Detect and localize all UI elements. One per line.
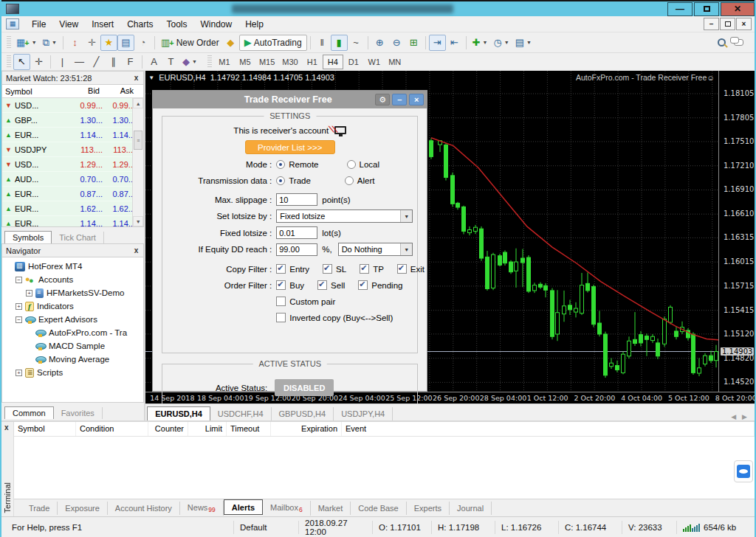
price-axis[interactable]: 1.181051.178051.175101.172101.169101.166… bbox=[718, 71, 755, 392]
new-order-button[interactable]: ▥+New Order bbox=[158, 35, 222, 51]
market-watch-row[interactable]: ▲EUR...0.87...0.87... bbox=[2, 187, 143, 201]
market-watch-button[interactable]: ↕ bbox=[66, 35, 83, 51]
expand-icon[interactable]: + bbox=[26, 290, 32, 297]
scroll-up-icon[interactable]: ▲ bbox=[133, 98, 143, 108]
scroll-right-icon[interactable]: ▶ bbox=[742, 413, 747, 420]
tree-item-moving-average[interactable]: Moving Average bbox=[5, 353, 143, 366]
checkbox-checked-icon[interactable] bbox=[323, 264, 332, 274]
order-filter-option-pending[interactable]: Pending bbox=[358, 280, 402, 290]
timeframe-w1[interactable]: W1 bbox=[364, 55, 385, 69]
auto-scroll-button[interactable]: ⇥ bbox=[429, 35, 446, 51]
new-chart-button[interactable]: ▦+▼ bbox=[13, 35, 40, 51]
equity-dd-input[interactable] bbox=[276, 243, 317, 256]
equity-dd-action-select[interactable]: Do Nothing ▼ bbox=[338, 243, 413, 256]
market-watch-row[interactable]: ▼USD...0.99...0.99... bbox=[2, 98, 143, 113]
market-watch-row[interactable]: ▲AUD...0.70...0.70... bbox=[2, 172, 143, 187]
menu-view[interactable]: View bbox=[52, 17, 85, 32]
copy-filter-option-sl[interactable]: SL bbox=[323, 264, 346, 274]
dialog-close-button[interactable]: × bbox=[409, 94, 424, 105]
checkbox-checked-icon[interactable] bbox=[397, 264, 407, 274]
terminal-tab-exposure[interactable]: Exposure bbox=[58, 502, 107, 515]
chart-tab-gbpusd-h4[interactable]: GBPUSD,H4 bbox=[272, 407, 334, 420]
chart-tab-usdchf-h4[interactable]: USDCHF,H4 bbox=[210, 407, 272, 420]
tile-windows-button[interactable]: ⊞ bbox=[405, 35, 422, 51]
terminal-tab-code-base[interactable]: Code Base bbox=[351, 502, 406, 515]
market-watch-row[interactable]: ▼USD...1.29...1.29... bbox=[2, 157, 143, 172]
checkbox-icon[interactable] bbox=[276, 297, 286, 306]
column-symbol[interactable]: Symbol bbox=[14, 422, 76, 436]
toolbar-grip[interactable] bbox=[207, 55, 212, 69]
terminal-tab-alerts[interactable]: Alerts bbox=[224, 499, 263, 515]
teamviewer-icon[interactable] bbox=[734, 460, 753, 482]
copy-filter-option-tp[interactable]: TP bbox=[360, 264, 384, 274]
market-watch-row[interactable]: ▲EUR...1.14...1.14... bbox=[2, 128, 143, 142]
extra-option-inverted-copy-buy-sell-[interactable]: Inverted copy (Buy<-->Sell) bbox=[276, 313, 393, 322]
copy-filter-option-entry[interactable]: Entry bbox=[276, 264, 309, 274]
navigator-button[interactable]: ★ bbox=[100, 35, 117, 51]
tab-tick-chart[interactable]: Tick Chart bbox=[52, 232, 104, 243]
window-maximize-button[interactable] bbox=[694, 2, 719, 16]
zoom-out-button[interactable]: ⊖ bbox=[388, 35, 405, 51]
fixed-lotsize-input[interactable] bbox=[276, 226, 317, 239]
tree-item-autofxpro-com-tra[interactable]: AutoFxPro.com - Tra bbox=[5, 326, 143, 339]
provider-list-button[interactable]: Provider List >>> bbox=[245, 140, 335, 154]
order-filter-option-sell[interactable]: Sell bbox=[317, 280, 345, 290]
active-status-button[interactable]: DISABLED bbox=[275, 379, 334, 396]
timeframe-m5[interactable]: M5 bbox=[235, 55, 255, 69]
checkbox-checked-icon[interactable] bbox=[358, 280, 368, 290]
search-button[interactable] bbox=[713, 35, 730, 51]
market-watch-row[interactable]: ▲EUR...1.14...1.14... bbox=[2, 216, 143, 227]
checkbox-checked-icon[interactable] bbox=[276, 280, 286, 290]
checkbox-checked-icon[interactable] bbox=[317, 280, 327, 290]
shapes-button[interactable]: ◆▼ bbox=[179, 54, 200, 70]
checkbox-icon[interactable] bbox=[276, 313, 286, 322]
candle-chart-button[interactable]: ▮ bbox=[331, 35, 348, 51]
dialog-header[interactable]: Trade Receiver Free ⚙ – × bbox=[153, 91, 427, 108]
timeframe-mn[interactable]: MN bbox=[385, 55, 405, 69]
zoom-in-button[interactable]: ⊕ bbox=[371, 35, 388, 51]
checkbox-checked-icon[interactable] bbox=[360, 264, 369, 274]
collapse-icon[interactable]: − bbox=[16, 277, 22, 283]
navigator-close-icon[interactable]: x bbox=[133, 246, 140, 254]
expand-icon[interactable]: + bbox=[16, 303, 22, 310]
chart-shift-button[interactable]: ⇤ bbox=[446, 35, 463, 51]
metaeditor-button[interactable]: ◆ bbox=[222, 35, 239, 51]
tree-item-hotforex-mt4[interactable]: HotForex MT4 bbox=[5, 260, 143, 273]
cursor-button[interactable]: ↖ bbox=[13, 54, 30, 70]
text-label-button[interactable]: T bbox=[162, 54, 179, 70]
channel-button[interactable]: ∥ bbox=[105, 54, 122, 70]
data-window-button[interactable]: ✛ bbox=[83, 35, 100, 51]
terminal-tab-mailbox[interactable]: Mailbox6 bbox=[263, 501, 311, 516]
market-watch-close-icon[interactable]: x bbox=[133, 74, 140, 82]
radio-icon[interactable] bbox=[345, 176, 354, 185]
timeframe-h1[interactable]: H1 bbox=[302, 55, 323, 69]
market-watch-row[interactable]: ▲GBP...1.30...1.30... bbox=[2, 113, 143, 128]
menu-charts[interactable]: Charts bbox=[120, 17, 159, 32]
tree-item-scripts[interactable]: +Scripts bbox=[5, 366, 143, 379]
dialog-minimize-button[interactable]: – bbox=[392, 94, 407, 105]
tree-item-indicators[interactable]: +Indicators bbox=[5, 299, 143, 313]
tab-favorites[interactable]: Favorites bbox=[54, 407, 103, 419]
menu-window[interactable]: Window bbox=[194, 17, 239, 32]
toolbar-grip[interactable] bbox=[7, 36, 11, 49]
menu-help[interactable]: Help bbox=[238, 17, 270, 32]
terminal-tab-market[interactable]: Market bbox=[311, 502, 351, 515]
column-ask[interactable]: Ask bbox=[103, 85, 137, 97]
radio-selected-icon[interactable] bbox=[276, 176, 285, 185]
radio-icon[interactable] bbox=[347, 160, 356, 169]
bar-chart-button[interactable]: ‖ bbox=[314, 35, 331, 51]
menu-tools[interactable]: Tools bbox=[160, 17, 194, 32]
timeframe-m30[interactable]: M30 bbox=[278, 55, 301, 69]
terminal-close-icon[interactable]: x bbox=[4, 423, 9, 432]
profiles-button[interactable]: ⧉▼ bbox=[40, 35, 60, 51]
dropdown-arrow-icon[interactable]: ▼ bbox=[400, 243, 412, 255]
transmission-option-alert[interactable]: Alert bbox=[345, 176, 375, 185]
periods-button[interactable]: ◷▼ bbox=[490, 35, 512, 51]
alerts-table-body[interactable] bbox=[14, 437, 755, 499]
toolbar-grip[interactable] bbox=[7, 55, 11, 69]
column-event[interactable]: Event bbox=[342, 422, 755, 436]
chart-close-button[interactable]: × bbox=[736, 18, 752, 30]
column-expiration[interactable]: Expiration bbox=[271, 422, 342, 436]
horizontal-line-button[interactable]: — bbox=[71, 54, 88, 70]
column-counter[interactable]: Counter bbox=[148, 422, 188, 436]
